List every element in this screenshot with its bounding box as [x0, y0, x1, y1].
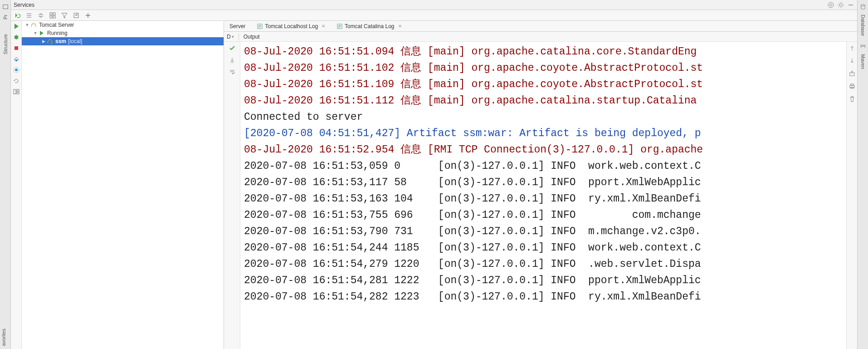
services-toolbar: [11, 10, 857, 21]
project-tool-tab[interactable]: Pr: [2, 12, 9, 22]
group-icon[interactable]: [49, 12, 56, 19]
add-icon[interactable]: [84, 12, 92, 19]
panel-title: Services: [14, 2, 824, 8]
up-arrow-icon[interactable]: [848, 44, 856, 52]
console-line: 2020-07-08 16:51:54,282 1223 [on(3)-127.…: [244, 289, 843, 305]
chevron-down-icon: ▾: [232, 34, 234, 39]
database-tool-icon[interactable]: [860, 4, 866, 10]
svg-point-26: [861, 5, 865, 6]
project-tool-icon[interactable]: [2, 4, 9, 10]
log-icon: [337, 24, 342, 29]
svg-point-1: [828, 2, 834, 8]
run-button[interactable]: [13, 23, 20, 30]
svg-rect-5: [53, 13, 55, 15]
svg-rect-6: [50, 16, 52, 18]
console-line: 08-Jul-2020 16:51:52.954 信息 [RMI TCP Con…: [244, 142, 843, 158]
print-icon[interactable]: [848, 83, 856, 90]
ok-status-icon: [229, 44, 236, 52]
debug-button[interactable]: [13, 34, 20, 41]
settings-icon[interactable]: [837, 1, 844, 9]
tab-server[interactable]: Server: [228, 22, 247, 30]
console-line: 2020-07-08 16:51:53,755 696 [on(3)-127.0…: [244, 207, 843, 223]
console-right-gutter: [846, 42, 857, 349]
debug-label: D: [227, 34, 231, 40]
maven-tool-tab[interactable]: Maven: [859, 51, 867, 72]
run-icon: [38, 29, 45, 37]
chevron-down-icon[interactable]: ▼: [24, 23, 30, 27]
console-output[interactable]: 08-Jul-2020 16:51:51.094 信息 [main] org.a…: [240, 42, 846, 349]
svg-point-3: [839, 4, 842, 6]
chevron-down-icon[interactable]: ▼: [33, 31, 38, 35]
maven-tool-icon[interactable]: [860, 43, 866, 49]
tree-root-tomcat[interactable]: ▼ Tomcat Server: [22, 21, 224, 29]
tree-label: ssm: [55, 38, 66, 44]
svg-point-9: [15, 35, 18, 39]
services-panel: Services: [11, 0, 857, 349]
svg-point-2: [830, 4, 832, 6]
scroll-to-end-icon[interactable]: [229, 56, 236, 64]
svg-point-17: [32, 24, 33, 25]
svg-rect-10: [15, 46, 18, 50]
console-line: 2020-07-08 16:51:54,244 1185 [on(3)-127.…: [244, 240, 843, 256]
favorites-tool-tab[interactable]: avorites: [0, 326, 7, 349]
tab-localhost-log[interactable]: Tomcat Localhost Log ✕: [255, 22, 327, 30]
console-gutter: [224, 42, 240, 349]
deploy-button[interactable]: [13, 55, 20, 63]
tomcat-icon: [30, 21, 37, 29]
console-line: 2020-07-08 16:51:53,163 104 [on(3)-127.0…: [244, 191, 843, 207]
refresh-button[interactable]: [13, 77, 20, 84]
tree-label: Tomcat Server: [39, 22, 74, 28]
services-tree[interactable]: ▼ Tomcat Server ▼ Running ▶ ssm [local]: [22, 21, 224, 349]
layout-button[interactable]: [13, 88, 20, 95]
tab-label: Tomcat Localhost Log: [265, 23, 318, 29]
sub-toolbar: D ▾ Output: [224, 32, 857, 42]
close-icon[interactable]: ✕: [398, 24, 402, 29]
close-icon[interactable]: ✕: [322, 24, 325, 29]
run-action-gutter: [11, 21, 22, 349]
svg-rect-16: [17, 92, 19, 94]
help-icon[interactable]: [827, 1, 834, 9]
right-tool-stripe: Database Maven: [857, 0, 868, 349]
chevron-right-icon[interactable]: ▶: [41, 39, 46, 44]
console-line: [2020-07-08 04:51:51,427] Artifact ssm:w…: [244, 125, 843, 142]
export-icon[interactable]: [848, 70, 856, 77]
tomcat-running-icon: [46, 38, 54, 45]
console-line: 2020-07-08 16:51:53,790 731 [on(3)-127.0…: [244, 223, 843, 240]
svg-rect-11: [15, 60, 17, 61]
console-line: 2020-07-08 16:51:54,279 1220 [on(3)-127.…: [244, 256, 843, 272]
minimize-icon[interactable]: [847, 1, 854, 9]
svg-rect-24: [851, 84, 853, 85]
open-icon[interactable]: [73, 12, 80, 19]
tree-node-extra: [local]: [68, 38, 82, 44]
down-arrow-icon[interactable]: [848, 57, 856, 64]
console-line: 08-Jul-2020 16:51:51.102 信息 [main] org.a…: [244, 60, 843, 76]
panel-titlebar: Services: [11, 0, 857, 10]
structure-tool-tab[interactable]: Structure: [2, 31, 9, 57]
divider: [239, 33, 239, 40]
svg-rect-7: [53, 16, 55, 18]
svg-rect-0: [3, 5, 8, 9]
tree-node-ssm[interactable]: ▶ ssm [local]: [22, 37, 224, 45]
svg-rect-14: [14, 89, 16, 94]
stop-button[interactable]: [13, 44, 20, 52]
tab-catalina-log[interactable]: Tomcat Catalina Log ✕: [335, 22, 403, 30]
filter-icon[interactable]: [61, 12, 68, 19]
console-line: 2020-07-08 16:51:53,059 0 [on(3)-127.0.0…: [244, 158, 843, 174]
clear-icon[interactable]: [848, 95, 856, 103]
database-tool-tab[interactable]: Database: [859, 12, 867, 39]
console-line: Connected to server: [244, 109, 843, 125]
rerun-icon[interactable]: [14, 12, 21, 19]
soft-wrap-icon[interactable]: [229, 68, 236, 75]
tree-label: Running: [47, 30, 68, 36]
console-line: 2020-07-08 16:51:53,117 58 [on(3)-127.0.…: [244, 174, 843, 191]
tab-label: Tomcat Catalina Log: [345, 23, 394, 29]
expand-all-icon[interactable]: [25, 12, 33, 19]
tree-running[interactable]: ▼ Running: [22, 29, 224, 37]
redeploy-button[interactable]: [13, 66, 20, 74]
log-icon: [257, 24, 263, 29]
left-tool-stripe: Pr Structure: [0, 0, 11, 349]
svg-rect-15: [17, 89, 19, 91]
debug-dropdown[interactable]: D ▾: [227, 34, 234, 40]
collapse-all-icon[interactable]: [37, 12, 44, 19]
output-label: Output: [244, 34, 260, 40]
